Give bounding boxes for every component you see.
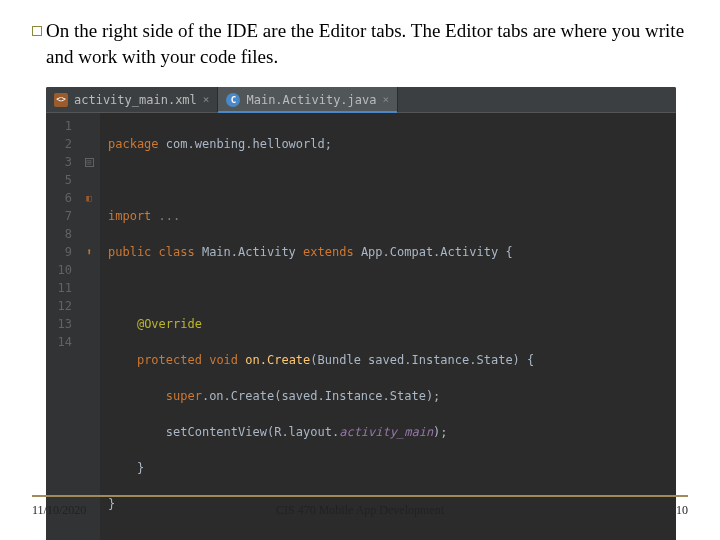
brace: { [498,245,512,259]
line-number: 11 [50,279,72,297]
line-number: 12 [50,297,72,315]
line-number: 10 [50,261,72,279]
slide-footer: 11/10/2020 CIS 470 Mobile App Developmen… [32,495,688,518]
ide-editor-screenshot: <> activity_main.xml × C Main.Activity.j… [46,87,676,540]
line-number: 6 [50,189,72,207]
line-number: 3 [50,153,72,171]
line-number: 13 [50,315,72,333]
brace: } [137,461,144,475]
line-number: 14 [50,333,72,351]
line-number: 2 [50,135,72,153]
tab-main-activity-java[interactable]: C Main.Activity.java × [218,87,398,112]
package-name: com.wenbing.helloworld; [159,137,332,151]
superclass-name: App.Compat.Activity [361,245,498,259]
footer-date: 11/10/2020 [32,503,86,518]
code-editor[interactable]: 1 2 3 5 6 7 8 9 10 11 12 13 14 ⊞ ◧ [46,113,676,540]
call: setContentView(R.layout. [166,425,339,439]
keyword: extends [296,245,361,259]
method-name: on.Create [245,353,310,367]
call: ); [433,425,447,439]
xml-file-icon: <> [54,93,68,107]
accent-square [32,26,42,36]
java-class-icon: C [226,93,240,107]
editor-tabs: <> activity_main.xml × C Main.Activity.j… [46,87,676,113]
line-number: 9 [50,243,72,261]
line-number-gutter: 1 2 3 5 6 7 8 9 10 11 12 13 14 [46,113,78,540]
line-number: 7 [50,207,72,225]
keyword: package [108,137,159,151]
footer-page-number: 10 [676,503,688,518]
keyword: public class [108,245,202,259]
line-number: 5 [50,171,72,189]
keyword: protected void [137,353,245,367]
close-icon[interactable]: × [203,93,210,106]
gutter-icons: ⊞ ◧ ⬆ [78,113,100,540]
line-number: 1 [50,117,72,135]
resource-field: activity_main [339,425,433,439]
signature: (Bundle saved.Instance.State) { [310,353,534,367]
keyword: super [166,389,202,403]
footer-course: CIS 470 Mobile App Development [276,503,444,518]
folded-region[interactable]: ... [151,209,180,223]
tab-label: Main.Activity.java [246,93,376,107]
line-number: 8 [50,225,72,243]
tab-activity-main-xml[interactable]: <> activity_main.xml × [46,87,218,112]
slide-body-text: On the right side of the IDE are the Edi… [46,18,688,69]
expand-fold-icon[interactable]: ⊞ [85,158,94,167]
tab-label: activity_main.xml [74,93,197,107]
keyword: import [108,209,151,223]
close-icon[interactable]: × [383,93,390,106]
override-up-icon[interactable]: ⬆ [86,246,92,257]
annotation: @Override [137,317,202,331]
xml-link-icon[interactable]: ◧ [86,193,91,203]
call: .on.Create(saved.Instance.State); [202,389,440,403]
code-area[interactable]: package com.wenbing.helloworld; import .… [100,113,676,540]
class-name: Main.Activity [202,245,296,259]
